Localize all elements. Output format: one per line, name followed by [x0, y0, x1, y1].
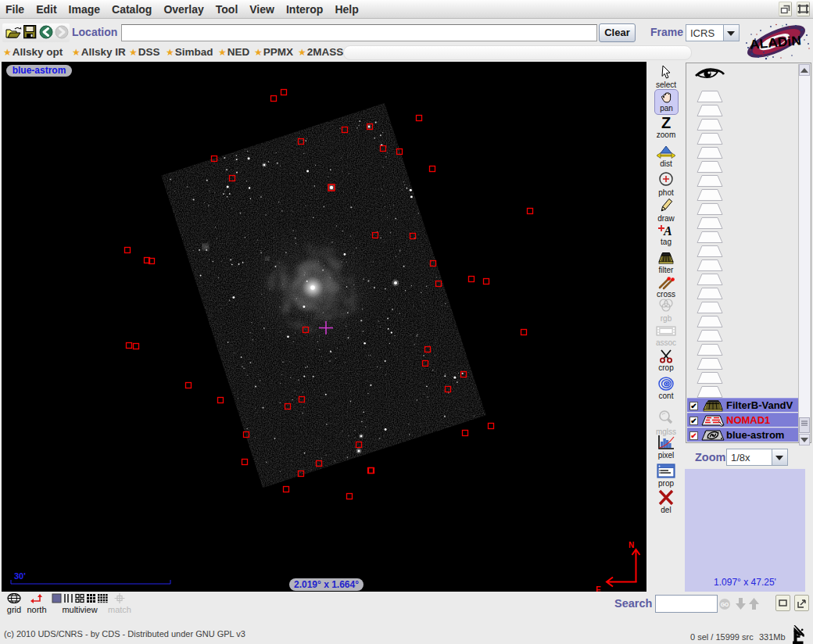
svg-text:A: A [663, 224, 672, 237]
svg-text:N: N [629, 541, 634, 549]
svg-text:ALADiN: ALADiN [749, 33, 801, 52]
svg-text:E: E [596, 585, 601, 592]
svg-text:30': 30' [14, 571, 26, 581]
svg-text:GO: GO [721, 602, 729, 607]
